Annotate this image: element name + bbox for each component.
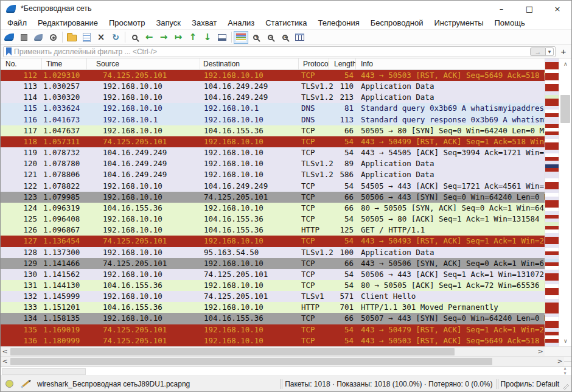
cell-len: 66 — [329, 258, 356, 269]
scroll-right-icon[interactable]: > — [556, 357, 564, 366]
auto-scroll-icon[interactable] — [215, 30, 229, 44]
go-to-packet-icon[interactable]: ↦ — [171, 30, 186, 44]
packet-row[interactable]: 1181.05731174.125.205.101192.168.10.10TC… — [1, 136, 545, 147]
packet-row[interactable]: 1171.047637192.168.10.10104.16.155.36TCP… — [1, 125, 545, 136]
profile-selector[interactable]: Профиль: Default — [501, 380, 560, 388]
display-filter-input[interactable] — [14, 47, 530, 56]
menu-item-tools[interactable]: Инструменты — [428, 18, 489, 27]
packet-row[interactable]: 1271.13645474.125.205.101192.168.10.10TC… — [1, 236, 545, 247]
scroll-down-icon[interactable]: ∨ — [559, 337, 571, 345]
scroll-left-icon[interactable]: < — [1, 347, 9, 356]
close-file-icon[interactable]: × — [94, 30, 108, 44]
hscroll-thumb-2[interactable] — [10, 358, 492, 365]
column-header-info[interactable]: Info — [356, 58, 545, 69]
cell-info: Standard query response 0x3b69 A whatism… — [356, 114, 545, 125]
maximize-button[interactable]: □ — [515, 1, 543, 16]
capture-options-icon[interactable] — [46, 30, 60, 44]
menu-item-edit[interactable]: Редактирование — [32, 18, 103, 27]
cell-dst: 192.168.10.10 — [200, 70, 299, 81]
vertical-scrollbar[interactable]: ∧ ∨ — [559, 58, 571, 346]
scroll-left-icon[interactable]: < — [1, 357, 9, 366]
mini-scroll-arrows[interactable]: ∧ ∨ — [563, 367, 567, 376]
open-file-icon[interactable] — [65, 30, 79, 44]
menu-item-help[interactable]: Помощь — [489, 18, 531, 27]
colorize-icon[interactable] — [234, 30, 248, 44]
packet-row[interactable]: 1141.030320192.168.10.10104.16.249.249TL… — [1, 92, 545, 103]
packet-row[interactable]: 1241.096319104.16.155.36192.168.10.10TCP… — [1, 203, 545, 214]
menu-item-analyze[interactable]: Анализ — [222, 18, 260, 27]
packet-row[interactable]: 1331.151201104.16.155.36192.168.10.10HTT… — [1, 302, 545, 313]
scroll-right-icon[interactable]: > — [536, 347, 545, 356]
cell-len: 66 — [329, 203, 356, 214]
packet-list-hscrollbar[interactable]: < > — [1, 347, 545, 356]
zoom-original-icon[interactable] — [277, 30, 292, 44]
resize-columns-icon[interactable] — [292, 30, 307, 44]
minimize-button[interactable]: – — [487, 1, 515, 16]
find-packet-icon[interactable] — [127, 30, 142, 44]
packet-row[interactable]: 1151.033624192.168.10.10192.168.10.1DNS8… — [1, 103, 545, 114]
mini-down-icon[interactable]: ∨ — [563, 371, 567, 376]
resize-grip[interactable] — [563, 384, 569, 390]
packet-row[interactable]: 1311.144130104.16.155.36192.168.10.10TCP… — [1, 280, 545, 291]
packet-row[interactable]: 1261.096867192.168.10.10104.16.155.36HTT… — [1, 225, 545, 236]
go-forward-icon[interactable]: → — [156, 30, 171, 44]
menu-item-file[interactable]: Файл — [2, 18, 32, 27]
add-filter-button[interactable]: + — [558, 46, 569, 57]
packet-row[interactable]: 1321.145999192.168.10.1074.125.205.101TL… — [1, 291, 545, 302]
packet-minimap[interactable] — [545, 58, 559, 346]
packet-row[interactable]: 1231.079985192.168.10.1074.125.205.101TC… — [1, 192, 545, 203]
packet-row[interactable]: 1351.16901974.125.205.101192.168.10.10TC… — [1, 324, 545, 335]
go-back-icon[interactable]: ← — [142, 30, 156, 44]
capture-comment-icon[interactable] — [23, 380, 30, 387]
packet-row[interactable]: 1191.078732104.16.249.249192.168.10.10TC… — [1, 147, 545, 158]
apply-filter-button[interactable]: → — [530, 47, 546, 56]
column-header-no[interactable]: No. — [1, 58, 42, 69]
zoom-out-icon[interactable] — [263, 30, 277, 44]
packet-row[interactable]: 1251.096408192.168.10.10104.16.155.36TCP… — [1, 214, 545, 225]
cell-proto: TLSv1.2 — [299, 81, 329, 92]
start-capture-glyph — [4, 33, 14, 41]
vertical-scroll-thumb[interactable] — [560, 95, 570, 123]
packet-row[interactable]: 1131.030257192.168.10.10104.16.249.249TL… — [1, 81, 545, 92]
zoom-in-icon[interactable] — [248, 30, 263, 44]
filter-bookmark-icon[interactable] — [6, 47, 12, 55]
expert-info-icon[interactable] — [5, 380, 13, 388]
detail-pane-hscrollbar[interactable]: < > — [1, 357, 564, 366]
menu-item-capture[interactable]: Захват — [186, 18, 222, 27]
packet-row[interactable]: 1221.078822192.168.10.10104.16.249.249TC… — [1, 181, 545, 192]
reload-file-icon[interactable]: ↻ — [108, 30, 123, 44]
stop-capture-icon[interactable] — [16, 30, 31, 44]
menu-item-view[interactable]: Просмотр — [103, 18, 150, 27]
packet-row[interactable]: 1341.158135192.168.10.10104.16.155.36TCP… — [1, 313, 545, 324]
column-header-time[interactable]: Time — [42, 58, 87, 69]
close-button[interactable]: × — [543, 1, 571, 16]
menu-item-telephony[interactable]: Телефония — [312, 18, 364, 27]
packet-row[interactable]: 1201.078780104.16.249.249192.168.10.10TL… — [1, 158, 545, 169]
go-to-top-icon[interactable]: ↑ — [186, 30, 200, 44]
display-filter-field[interactable]: → ▾ — [3, 46, 556, 57]
packet-row[interactable]: 1281.137300192.168.10.1095.163.54.50TLSv… — [1, 247, 545, 258]
scroll-up-icon[interactable]: ∧ — [559, 60, 571, 68]
filter-dropdown-caret-icon[interactable]: ▾ — [546, 47, 554, 56]
hscroll-thumb-1[interactable] — [10, 348, 455, 355]
packet-row[interactable]: 1211.078806104.16.249.249192.168.10.10TL… — [1, 169, 545, 180]
column-header-length[interactable]: Length — [329, 58, 356, 69]
restart-capture-icon[interactable] — [31, 30, 46, 44]
menu-item-statistics[interactable]: Статистика — [260, 18, 312, 27]
menu-item-go[interactable]: Запуск — [150, 18, 186, 27]
cell-no: 122 — [1, 181, 42, 192]
start-capture-icon[interactable] — [2, 30, 16, 44]
packet-row[interactable]: 1361.18099974.125.205.101192.168.10.10TC… — [1, 335, 545, 346]
packet-row[interactable]: 1161.041673192.168.10.1192.168.10.10DNS1… — [1, 114, 545, 125]
packet-row[interactable]: 1121.02931074.125.205.101192.168.10.10TC… — [1, 70, 545, 81]
column-header-protocol[interactable]: Protocol — [299, 58, 329, 69]
menu-item-wireless[interactable]: Беспроводной — [365, 18, 429, 27]
go-to-bottom-icon[interactable]: ↓ — [200, 30, 215, 44]
packet-row[interactable]: 1301.141562192.168.10.1074.125.205.101TC… — [1, 269, 545, 280]
collapsed-pane-scrollbar[interactable]: ∧ ∨ — [1, 366, 571, 376]
column-header-destination[interactable]: Destination — [200, 58, 299, 69]
column-header-source[interactable]: Source — [87, 58, 200, 69]
save-file-icon[interactable] — [79, 30, 94, 44]
hscroll-thumb-3[interactable] — [2, 368, 86, 375]
packet-row[interactable]: 1291.14146674.125.205.101192.168.10.10TC… — [1, 258, 545, 269]
